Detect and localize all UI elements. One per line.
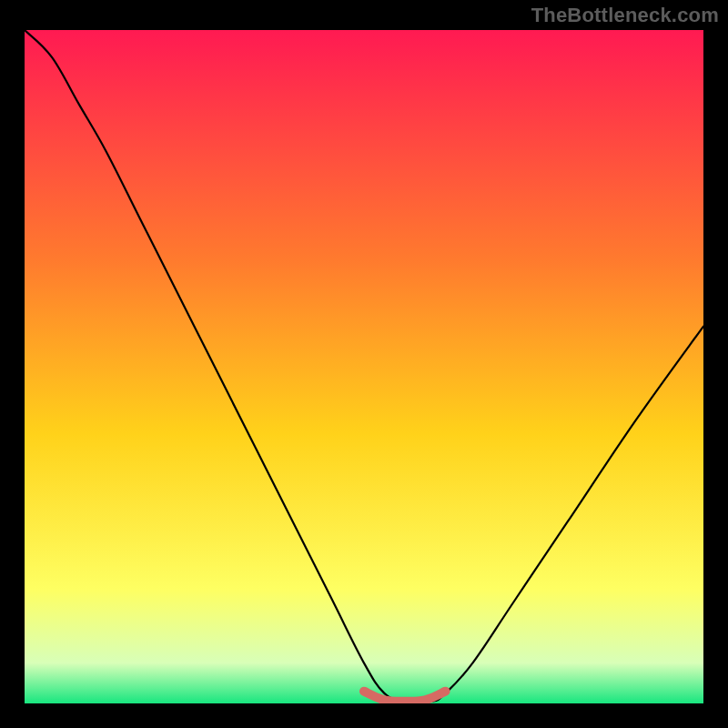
- chart-frame: TheBottleneck.com: [0, 0, 728, 728]
- chart-plot-area: [25, 30, 703, 703]
- chart-svg: [25, 30, 703, 703]
- attribution-label: TheBottleneck.com: [531, 4, 719, 27]
- gradient-background: [25, 30, 703, 703]
